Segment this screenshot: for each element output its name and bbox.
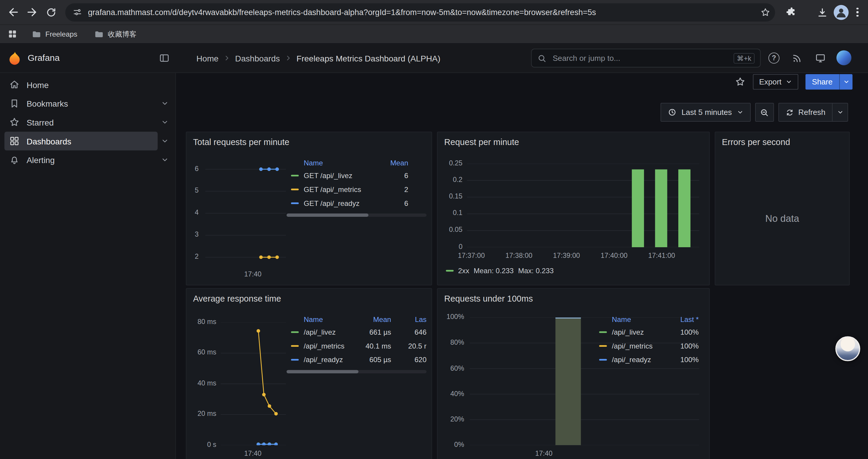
series-name[interactable]: /api/_metrics bbox=[304, 342, 352, 350]
share-label[interactable]: Share bbox=[805, 74, 839, 90]
time-controls: Last 5 minutes Refresh bbox=[176, 103, 868, 122]
series-name[interactable]: /api/_readyz bbox=[612, 356, 668, 364]
share-menu-button[interactable] bbox=[839, 74, 852, 90]
y-axis-tick: 0.2 bbox=[438, 176, 462, 184]
display-button[interactable] bbox=[815, 53, 826, 64]
profile-button[interactable] bbox=[831, 3, 850, 22]
legend-header: Name Mean bbox=[286, 157, 427, 169]
floating-assistant-avatar[interactable] bbox=[835, 336, 860, 361]
browser-menu-button[interactable] bbox=[850, 3, 865, 22]
legend-row[interactable]: GET /api/_readyz 6 bbox=[286, 196, 427, 210]
legend[interactable]: 2xx Mean: 0.233 Max: 0.233 bbox=[446, 267, 554, 275]
series-name[interactable]: GET /api/_metrics bbox=[304, 185, 370, 193]
sidebar-item-dashboards[interactable]: Dashboards bbox=[4, 132, 172, 151]
time-series-chart[interactable] bbox=[205, 163, 286, 264]
bookmark-folder-freeleaps[interactable]: Freeleaps bbox=[28, 27, 81, 41]
sidebar-item-starred[interactable]: Starred bbox=[4, 113, 172, 132]
extensions-button[interactable] bbox=[782, 3, 801, 22]
apps-button[interactable] bbox=[5, 27, 20, 41]
share-button[interactable]: Share bbox=[805, 74, 852, 90]
legend-row[interactable]: /api/_readyz 605 µs 620 bbox=[286, 353, 427, 367]
sidebar-item-bookmarks[interactable]: Bookmarks bbox=[4, 94, 172, 113]
panel-requests-under-100ms: Requests under 100ms 100% 80% 60% 40% 20… bbox=[437, 288, 710, 459]
legend-col-name[interactable]: Name bbox=[612, 315, 668, 323]
refresh-interval-button[interactable] bbox=[832, 103, 847, 121]
legend-row[interactable]: GET /api/_livez 6 bbox=[286, 169, 427, 183]
bell-icon bbox=[9, 154, 20, 165]
breadcrumb-home[interactable]: Home bbox=[196, 54, 219, 63]
export-button[interactable]: Export bbox=[753, 74, 798, 90]
grafana-logo[interactable] bbox=[7, 50, 23, 66]
y-axis-tick: 4 bbox=[186, 208, 198, 216]
y-axis-tick: 60% bbox=[438, 364, 464, 372]
zoom-out-button[interactable] bbox=[755, 103, 774, 122]
chevron-down-icon[interactable] bbox=[158, 115, 172, 129]
panel-average-response-time: Average response time 80 ms 60 ms 40 ms … bbox=[186, 288, 432, 459]
legend-col-mean[interactable]: Mean bbox=[370, 158, 408, 167]
time-range-picker[interactable]: Last 5 minutes bbox=[660, 103, 751, 122]
favorite-dashboard-button[interactable] bbox=[735, 76, 746, 87]
back-button[interactable] bbox=[4, 3, 23, 22]
series-name[interactable]: GET /api/_livez bbox=[304, 171, 370, 179]
bookmark-folder-blogs[interactable]: 收藏博客 bbox=[91, 27, 140, 41]
series-name[interactable]: 2xx bbox=[458, 267, 469, 275]
breadcrumb-current: Freeleaps Metrics Dashboard (ALPHA) bbox=[296, 54, 440, 63]
legend-col-name[interactable]: Name bbox=[304, 158, 370, 167]
grafana-topbar: Grafana Home Dashboards Freeleaps Metric… bbox=[0, 43, 868, 73]
series-mean: Mean: 0.233 bbox=[473, 267, 514, 275]
series-mean: 661 µs bbox=[352, 328, 391, 336]
legend-scrollbar[interactable] bbox=[286, 214, 427, 217]
url-bar[interactable]: grafana.mathmast.com/d/deytv4rwavabkb/fr… bbox=[65, 3, 775, 21]
legend-scrollbar-thumb[interactable] bbox=[286, 370, 359, 373]
series-name[interactable]: /api/_metrics bbox=[612, 342, 668, 350]
reload-button[interactable] bbox=[41, 3, 60, 22]
legend-row[interactable]: /api/_livez 100% bbox=[596, 325, 704, 339]
breadcrumb-dashboards[interactable]: Dashboards bbox=[235, 54, 280, 63]
legend-scrollbar[interactable] bbox=[286, 370, 427, 373]
refresh-main[interactable]: Refresh bbox=[779, 103, 832, 121]
user-avatar[interactable] bbox=[836, 50, 851, 65]
legend-scrollbar-thumb[interactable] bbox=[286, 214, 368, 217]
help-button[interactable]: ? bbox=[769, 53, 779, 64]
legend-row[interactable]: /api/_metrics 40.1 ms 20.5 r bbox=[286, 339, 427, 353]
news-button[interactable] bbox=[792, 53, 802, 64]
sidebar-item-alerting[interactable]: Alerting bbox=[4, 150, 172, 169]
panel-title[interactable]: Total requests per minute bbox=[193, 137, 289, 147]
puzzle-icon bbox=[785, 6, 797, 18]
chevron-down-icon[interactable] bbox=[158, 96, 172, 111]
legend-col-last[interactable]: Las bbox=[391, 315, 427, 323]
series-name[interactable]: GET /api/_readyz bbox=[304, 199, 370, 207]
search-input[interactable] bbox=[552, 53, 728, 63]
downloads-button[interactable] bbox=[813, 3, 832, 22]
legend-row[interactable]: /api/_metrics 100% bbox=[596, 339, 704, 353]
panel-title[interactable]: Errors per second bbox=[722, 137, 790, 147]
series-name[interactable]: /api/_readyz bbox=[304, 356, 352, 364]
chevron-down-icon[interactable] bbox=[158, 134, 172, 148]
legend-row[interactable]: /api/_readyz 100% bbox=[596, 353, 704, 367]
panel-title[interactable]: Request per minute bbox=[444, 137, 519, 147]
search-box[interactable]: ⌘+k bbox=[531, 49, 761, 68]
bar-chart[interactable] bbox=[467, 164, 699, 247]
time-range-label: Last 5 minutes bbox=[682, 108, 732, 117]
sidebar-item-home[interactable]: Home bbox=[4, 75, 172, 94]
site-settings-icon[interactable] bbox=[72, 7, 83, 17]
bookmarks-bar: Freeleaps 收藏博客 bbox=[0, 24, 868, 43]
legend-row[interactable]: /api/_livez 661 µs 646 bbox=[286, 325, 427, 339]
bookmark-icon bbox=[9, 98, 20, 109]
legend-col-name[interactable]: Name bbox=[304, 315, 352, 323]
y-axis-tick: 100% bbox=[438, 313, 464, 321]
y-axis-tick: 0.05 bbox=[438, 226, 462, 233]
legend-col-mean[interactable]: Mean bbox=[352, 315, 391, 323]
forward-button[interactable] bbox=[23, 3, 42, 22]
series-name[interactable]: /api/_livez bbox=[304, 328, 352, 336]
time-series-chart[interactable] bbox=[221, 323, 286, 446]
legend-row[interactable]: GET /api/_metrics 2 bbox=[286, 183, 427, 196]
series-name[interactable]: /api/_livez bbox=[612, 328, 668, 336]
sidebar-toggle-button[interactable] bbox=[159, 53, 169, 64]
chevron-down-icon[interactable] bbox=[158, 153, 172, 167]
legend-col-last[interactable]: Last * bbox=[668, 315, 699, 323]
panel-title[interactable]: Requests under 100ms bbox=[444, 294, 533, 304]
refresh-button[interactable]: Refresh bbox=[778, 103, 848, 122]
bookmark-star-icon[interactable] bbox=[760, 7, 771, 18]
panel-title[interactable]: Average response time bbox=[193, 294, 281, 304]
